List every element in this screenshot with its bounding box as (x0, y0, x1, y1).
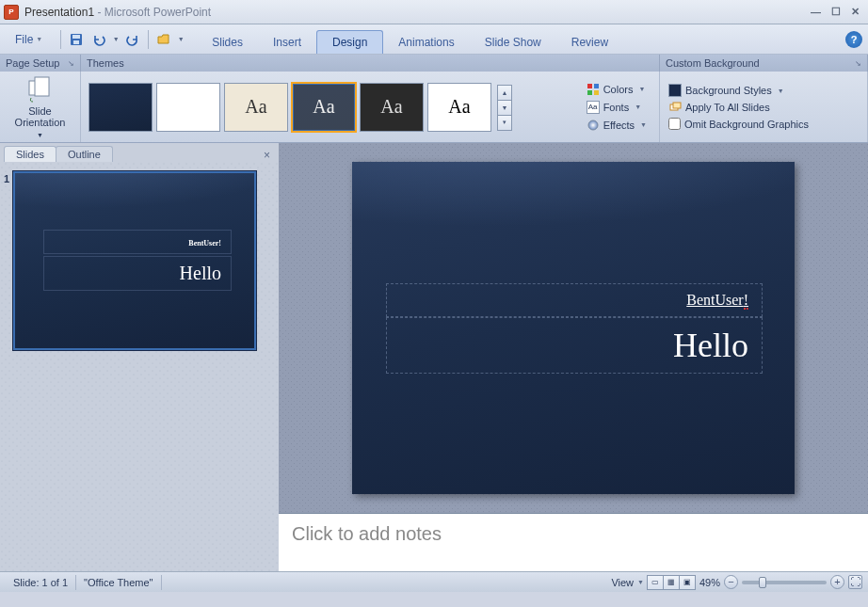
theme-thumb-6[interactable]: Aa (427, 83, 491, 132)
fonts-icon: Aa (587, 101, 600, 114)
menu-bar: File▼ ▼ ▼ Slides Insert Design Animation… (0, 24, 868, 55)
document-name: Presentation1 (24, 6, 94, 19)
apply-to-all-button[interactable]: Apply To All Slides (666, 99, 861, 116)
svg-rect-4 (35, 77, 49, 96)
thumbnail-area[interactable]: 1 BentUser! Hello (0, 162, 279, 571)
theme-colors-dropdown[interactable]: Colors▼ (584, 81, 650, 98)
background-styles-dropdown[interactable]: Background Styles▼ (666, 82, 861, 99)
theme-thumb-5[interactable]: Aa (360, 83, 424, 132)
orientation-icon (25, 73, 56, 104)
slide-canvas[interactable]: BentUser! Hello (279, 143, 868, 513)
svg-rect-6 (594, 84, 599, 88)
help-button[interactable]: ? (845, 31, 862, 48)
custom-bg-launcher[interactable]: ↘ (855, 59, 861, 68)
app-name: Microsoft PowerPoint (104, 6, 211, 19)
separator (60, 30, 61, 49)
svg-rect-7 (587, 90, 592, 95)
zoom-slider[interactable] (742, 581, 827, 584)
undo-dropdown[interactable]: ▼ (111, 29, 121, 50)
quick-access-toolbar: ▼ ▼ (57, 29, 185, 50)
title-bar: P Presentation1 - Microsoft PowerPoint —… (0, 0, 868, 24)
tab-animations[interactable]: Animations (383, 31, 469, 54)
pane-tab-outline[interactable]: Outline (56, 146, 113, 162)
bg-styles-icon (668, 84, 682, 97)
open-button[interactable] (153, 29, 174, 50)
subtitle-textbox[interactable]: BentUser! (386, 283, 763, 317)
svg-rect-5 (587, 84, 592, 88)
notes-pane[interactable]: Click to add notes (279, 513, 868, 571)
theme-gallery: Aa Aa Aa Aa ▲ ▼ ▾ (87, 75, 514, 138)
zoom-out-button[interactable]: − (724, 575, 738, 589)
open-dropdown[interactable]: ▼ (176, 29, 185, 50)
editor-pane: BentUser! Hello Click to add notes (279, 143, 868, 571)
tab-slideshow[interactable]: Slide Show (470, 31, 556, 54)
zoom-slider-knob[interactable] (759, 577, 766, 588)
notes-placeholder: Click to add notes (292, 523, 442, 544)
theme-thumb-4[interactable]: Aa (292, 83, 356, 132)
svg-rect-2 (73, 40, 79, 44)
theme-scroll-up[interactable]: ▲ (497, 85, 512, 101)
zoom-percent[interactable]: 49% (699, 577, 720, 588)
page-setup-launcher[interactable]: ↘ (68, 59, 74, 68)
tab-review[interactable]: Review (556, 31, 623, 54)
pane-tab-slides[interactable]: Slides (4, 146, 56, 162)
omit-bg-graphics-checkbox[interactable]: Omit Background Graphics (666, 116, 861, 132)
theme-fonts-dropdown[interactable]: Aa Fonts▼ (584, 99, 650, 116)
view-buttons: ▭ ▦ ▣ (648, 575, 696, 590)
colors-icon (587, 83, 600, 96)
ribbon-group-labels: Page Setup↘ Themes Custom Background↘ (0, 55, 868, 72)
ribbon-tabs: Slides Insert Design Animations Slide Sh… (197, 24, 623, 54)
slides-pane: Slides Outline × 1 BentUser! Hello (0, 143, 279, 571)
maximize-button[interactable]: ☐ (827, 4, 844, 20)
status-theme: "Office Theme" (76, 575, 161, 590)
theme-gallery-scroll: ▲ ▼ ▾ (497, 85, 512, 130)
theme-gallery-expand[interactable]: ▾ (497, 115, 512, 131)
tab-slides[interactable]: Slides (197, 31, 258, 54)
view-sorter-button[interactable]: ▦ (663, 575, 680, 590)
svg-rect-1 (72, 35, 80, 39)
slide-1[interactable]: BentUser! Hello (352, 162, 795, 494)
pane-tabs: Slides Outline × (0, 143, 279, 162)
zoom-in-button[interactable]: + (830, 575, 844, 589)
view-label: View (611, 577, 634, 588)
effects-icon (587, 119, 600, 132)
tab-insert[interactable]: Insert (258, 31, 316, 54)
theme-scroll-down[interactable]: ▼ (497, 100, 512, 116)
view-slideshow-button[interactable]: ▣ (679, 575, 696, 590)
slide-number: 1 (4, 173, 9, 184)
pane-close-button[interactable]: × (259, 149, 275, 162)
view-dropdown[interactable]: ▼ (637, 579, 644, 585)
svg-point-9 (588, 120, 598, 130)
theme-effects-dropdown[interactable]: Effects▼ (584, 117, 650, 134)
fit-to-window-button[interactable]: ⛶ (848, 575, 862, 589)
save-button[interactable] (66, 29, 87, 50)
file-menu[interactable]: File▼ (6, 30, 52, 49)
omit-checkbox[interactable] (668, 118, 681, 130)
theme-thumb-2[interactable] (156, 83, 220, 132)
redo-button[interactable] (122, 29, 143, 50)
theme-thumb-3[interactable]: Aa (224, 83, 288, 132)
slide-thumbnail-1[interactable]: 1 BentUser! Hello (13, 171, 265, 350)
tab-design[interactable]: Design (316, 30, 383, 54)
status-bar: Slide: 1 of 1 "Office Theme" View▼ ▭ ▦ ▣… (0, 571, 868, 592)
undo-button[interactable] (88, 29, 109, 50)
workspace: Slides Outline × 1 BentUser! Hello BentU… (0, 143, 868, 571)
title-text[interactable]: Hello (673, 327, 748, 364)
separator (148, 30, 149, 49)
subtitle-text[interactable]: BentUser! (686, 292, 748, 310)
minimize-button[interactable]: — (807, 4, 825, 20)
svg-rect-8 (594, 90, 599, 95)
apply-all-icon (668, 101, 682, 114)
title-textbox[interactable]: Hello (386, 317, 763, 374)
view-normal-button[interactable]: ▭ (647, 575, 664, 590)
window-title: Presentation1 - Microsoft PowerPoint (24, 6, 211, 19)
close-button[interactable]: ✕ (846, 4, 864, 20)
theme-thumb-1[interactable] (88, 83, 153, 132)
ribbon: Slide Orientation ▼ Aa Aa Aa Aa ▲ ▼ ▾ Co… (0, 72, 868, 143)
status-slide-counter: Slide: 1 of 1 (6, 575, 76, 590)
svg-rect-11 (673, 103, 681, 108)
app-icon: P (4, 5, 19, 20)
slide-orientation-button[interactable]: Slide Orientation ▼ (12, 75, 69, 138)
dropdown-arrow-icon: ▼ (36, 36, 42, 42)
